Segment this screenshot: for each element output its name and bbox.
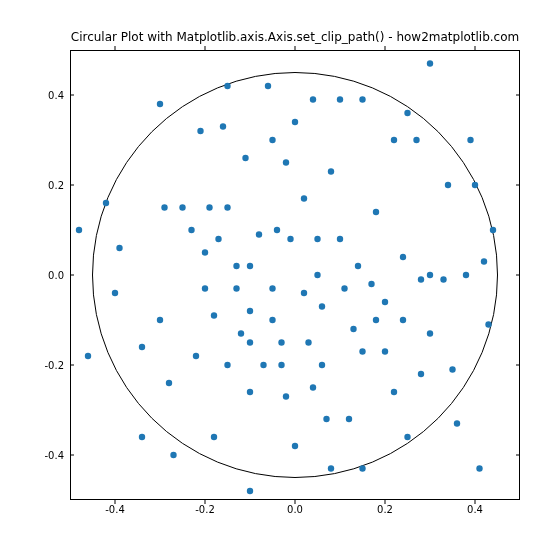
y-tick-label: 0.4: [4, 90, 64, 101]
scatter-point: [247, 339, 253, 345]
scatter-point: [301, 195, 307, 201]
x-tick-mark: [475, 500, 476, 504]
scatter-point: [112, 290, 118, 296]
scatter-point: [242, 155, 248, 161]
scatter-point: [269, 137, 275, 143]
scatter-point: [238, 330, 244, 336]
scatter-point: [341, 285, 347, 291]
scatter-point: [166, 380, 172, 386]
x-tick-mark: [385, 500, 386, 504]
scatter-point: [350, 326, 356, 332]
x-tick-label: 0.2: [365, 504, 405, 515]
scatter-points: [76, 60, 496, 494]
scatter-point: [287, 236, 293, 242]
scatter-point: [445, 182, 451, 188]
scatter-point: [139, 434, 145, 440]
scatter-point: [193, 353, 199, 359]
scatter-point: [359, 465, 365, 471]
x-tick-mark: [295, 500, 296, 504]
scatter-point: [355, 263, 361, 269]
scatter-point: [161, 204, 167, 210]
scatter-point: [413, 137, 419, 143]
scatter-point: [269, 285, 275, 291]
scatter-point: [157, 101, 163, 107]
scatter-point: [247, 308, 253, 314]
scatter-point: [310, 96, 316, 102]
scatter-point: [485, 321, 491, 327]
scatter-point: [247, 488, 253, 494]
scatter-point: [202, 249, 208, 255]
scatter-point: [170, 452, 176, 458]
scatter-point: [319, 303, 325, 309]
scatter-point: [206, 204, 212, 210]
scatter-point: [476, 465, 482, 471]
scatter-point: [359, 96, 365, 102]
scatter-point: [211, 434, 217, 440]
scatter-point: [400, 254, 406, 260]
scatter-point: [202, 285, 208, 291]
scatter-point: [481, 258, 487, 264]
scatter-point: [467, 137, 473, 143]
scatter-point: [85, 353, 91, 359]
y-tick-label: 0.0: [4, 270, 64, 281]
x-tick-label: 0.4: [455, 504, 495, 515]
scatter-point: [314, 236, 320, 242]
scatter-point: [319, 362, 325, 368]
scatter-point: [427, 60, 433, 66]
scatter-point: [116, 245, 122, 251]
scatter-point: [301, 290, 307, 296]
scatter-point: [247, 389, 253, 395]
scatter-point: [404, 110, 410, 116]
scatter-point: [314, 272, 320, 278]
y-tick-label: -0.4: [4, 450, 64, 461]
scatter-point: [310, 384, 316, 390]
scatter-point: [404, 434, 410, 440]
scatter-point: [337, 236, 343, 242]
scatter-point: [454, 420, 460, 426]
x-tick-mark: [205, 500, 206, 504]
y-tick-label: 0.2: [4, 180, 64, 191]
scatter-point: [103, 200, 109, 206]
scatter-point: [211, 312, 217, 318]
scatter-point: [418, 276, 424, 282]
scatter-point: [472, 182, 478, 188]
scatter-point: [247, 263, 253, 269]
scatter-point: [400, 317, 406, 323]
scatter-point: [346, 416, 352, 422]
scatter-point: [76, 227, 82, 233]
scatter-point: [427, 272, 433, 278]
scatter-point: [337, 96, 343, 102]
scatter-point: [233, 263, 239, 269]
scatter-point: [188, 227, 194, 233]
scatter-point: [215, 236, 221, 242]
scatter-point: [224, 204, 230, 210]
scatter-point: [233, 285, 239, 291]
scatter-point: [427, 330, 433, 336]
x-tick-mark: [115, 500, 116, 504]
x-tick-label: 0.0: [275, 504, 315, 515]
scatter-point: [323, 416, 329, 422]
scatter-point: [373, 209, 379, 215]
clip-circle: [93, 73, 498, 478]
plot-area: [70, 50, 520, 500]
scatter-point: [157, 317, 163, 323]
scatter-point: [368, 281, 374, 287]
scatter-point: [220, 123, 226, 129]
scatter-point: [274, 227, 280, 233]
scatter-point: [283, 393, 289, 399]
scatter-point: [382, 348, 388, 354]
scatter-point: [328, 168, 334, 174]
x-tick-label: -0.2: [185, 504, 225, 515]
chart-title: Circular Plot with Matplotlib.axis.Axis.…: [70, 30, 520, 44]
scatter-point: [224, 83, 230, 89]
scatter-point: [328, 465, 334, 471]
scatter-point: [463, 272, 469, 278]
scatter-point: [373, 317, 379, 323]
scatter-point: [179, 204, 185, 210]
scatter-point: [440, 276, 446, 282]
scatter-point: [278, 339, 284, 345]
scatter-point: [224, 362, 230, 368]
figure: Circular Plot with Matplotlib.axis.Axis.…: [0, 0, 560, 560]
scatter-point: [292, 119, 298, 125]
scatter-point: [305, 339, 311, 345]
